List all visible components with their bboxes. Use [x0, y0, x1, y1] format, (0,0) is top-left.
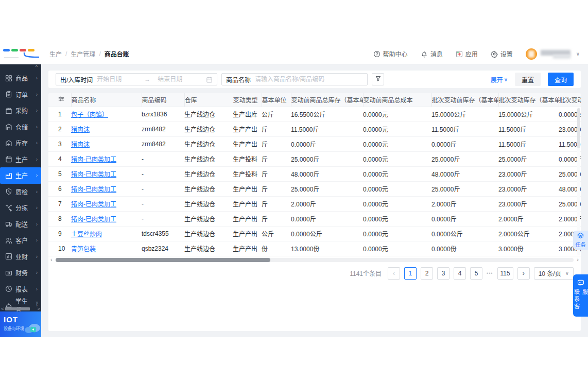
logo-bar-green	[11, 49, 18, 51]
factory-icon	[5, 172, 12, 179]
help-center-button[interactable]: 帮助中心	[373, 49, 408, 58]
table-cell: 23.0000斤	[498, 166, 559, 181]
sidebar-item-production-plan[interactable]: 生产›	[0, 151, 41, 168]
chevron-right-icon: ›	[36, 221, 39, 227]
scroll-left-icon[interactable]: <	[1, 306, 4, 311]
search-button[interactable]: 查询	[548, 73, 574, 86]
vertical-scrollbar-thumb[interactable]	[577, 108, 580, 148]
table-cell: 0.0000元	[363, 181, 431, 196]
product-name-link[interactable]: 猪肉-已肉类加工	[71, 171, 116, 178]
sidebar-item-goods[interactable]: 商品›	[0, 70, 41, 86]
pagination-page-2[interactable]: 2	[421, 267, 433, 280]
sidebar-item-orders[interactable]: 订单›	[0, 86, 41, 103]
row-number-cell: 4	[48, 151, 71, 166]
pagination-ellipsis[interactable]: •••	[487, 271, 493, 276]
pagination-next-button[interactable]: ›	[517, 267, 530, 280]
end-date-input[interactable]	[158, 76, 198, 83]
table-cell: 2.0000斤	[431, 196, 498, 211]
sidebar-item-label: 订单	[15, 90, 28, 99]
horizontal-scrollbar-thumb[interactable]	[56, 258, 270, 262]
expand-link[interactable]: 展开 ∨	[491, 75, 508, 84]
row-number-cell: 1	[48, 107, 71, 121]
product-name-link[interactable]: 土豆丝炒肉	[71, 231, 102, 238]
sidebar-scroll-up-icon[interactable]: ^	[36, 65, 38, 70]
page-size-select[interactable]: 10 条/页∨	[534, 267, 574, 280]
product-name-link[interactable]: 猪肉沫	[71, 141, 90, 148]
warehouse-icon	[5, 123, 12, 130]
messages-button[interactable]: 消息	[421, 49, 443, 58]
table-cell: 生产出库	[233, 107, 262, 121]
pagination-page-3[interactable]: 3	[437, 267, 449, 280]
table-cell: 0.0000斤	[291, 211, 363, 226]
product-name-link[interactable]: 猪肉-已肉类加工	[71, 216, 116, 223]
table-cell: 斤	[262, 196, 291, 211]
sidebar-item-production[interactable]: 生产›	[0, 167, 41, 184]
product-name-cell: 猪肉-已肉类加工	[71, 196, 142, 211]
sidebar-scrollbar-thumb[interactable]	[5, 307, 30, 310]
avatar	[526, 48, 537, 60]
chevron-right-icon: ›	[36, 254, 39, 259]
sidebar-item-warehousing[interactable]: 仓储›	[0, 119, 41, 135]
pagination-page-5[interactable]: 5	[470, 267, 482, 280]
question-circle-icon	[373, 50, 381, 58]
sidebar-horizontal-scrollbar[interactable]: < >	[0, 306, 41, 311]
scroll-right-icon[interactable]: ›	[577, 257, 579, 262]
product-name-link[interactable]: 猪肉-已肉类加工	[71, 201, 116, 208]
table-cell: 生产线边仓	[184, 196, 233, 211]
scrollbar-track[interactable]	[56, 258, 574, 262]
column-header: 商品名称	[71, 93, 142, 107]
table-cell: 公斤	[262, 226, 291, 241]
sidebar-item-customers[interactable]: 客户›	[0, 232, 41, 249]
table-cell: 25.0000斤	[431, 181, 498, 196]
column-settings-icon[interactable]	[48, 93, 71, 107]
breadcrumb-item[interactable]: 生产	[49, 49, 62, 58]
sidebar-item-purchasing[interactable]: 采购›	[0, 102, 41, 119]
breadcrumb-item[interactable]: 生产管理	[71, 49, 95, 58]
scroll-left-icon[interactable]: ‹	[50, 257, 53, 262]
table-cell: 斤	[262, 136, 291, 151]
sidebar-item-sorting[interactable]: 分拣›	[0, 200, 41, 216]
column-header: 变动前商品总成本	[363, 93, 431, 107]
sidebar-item-business-finance[interactable]: 业财›	[0, 249, 41, 265]
product-name-link[interactable]: 猪肉沫	[71, 126, 90, 133]
row-number-cell: 6	[48, 181, 71, 196]
sidebar-scroll-down-icon[interactable]: ∨	[35, 300, 39, 305]
product-name-link[interactable]: 包子（肉馅）	[71, 111, 108, 118]
row-number-cell: 9	[48, 226, 71, 241]
pagination-page-115[interactable]: 115	[497, 267, 513, 280]
pagination-prev-button[interactable]: ‹	[388, 267, 400, 280]
table-row: 2猪肉沫zrm8482生产线边仓生产产出斤11.5000斤0.0000元11.5…	[48, 121, 581, 136]
sidebar-item-reports[interactable]: 报表›	[0, 281, 41, 298]
product-name-input[interactable]	[255, 76, 363, 83]
table-cell: 生产线边仓	[184, 121, 233, 136]
sidebar-item-inventory[interactable]: 库存›	[0, 135, 41, 151]
iot-banner[interactable]: IOT 设备与环境	[0, 311, 41, 337]
product-name-link[interactable]: 猪肉-已肉类加工	[71, 156, 116, 163]
sidebar-item-quality[interactable]: 质检›	[0, 184, 41, 200]
pagination-page-4[interactable]: 4	[454, 267, 466, 280]
product-name-cell: 猪肉-已肉类加工	[71, 211, 142, 226]
filter-funnel-button[interactable]	[372, 73, 384, 85]
product-name-link[interactable]: 青笋包装	[71, 246, 96, 253]
sidebar-item-finance[interactable]: 财务›	[0, 265, 41, 281]
chevron-right-icon: ›	[36, 140, 39, 146]
settings-button[interactable]: 设置	[491, 49, 513, 58]
table-cell: 份	[262, 241, 291, 256]
table-cell: -	[142, 211, 184, 226]
reset-button[interactable]: 重置	[515, 73, 541, 86]
scroll-right-icon[interactable]: >	[38, 306, 40, 311]
product-name-link[interactable]: 猪肉-已肉类加工	[71, 186, 116, 193]
table-cell: 11.5000斤	[498, 121, 559, 136]
pagination-page-1[interactable]: 1	[404, 267, 417, 280]
user-menu[interactable]: ∨	[526, 48, 580, 60]
sidebar-item-label: 财务	[15, 268, 28, 277]
contact-support-float-button[interactable]: 联系客服	[573, 274, 588, 317]
tasks-float-button[interactable]: 任务	[573, 231, 588, 250]
sidebar-item-delivery[interactable]: 配送›	[0, 216, 41, 233]
grid-icon	[5, 75, 12, 82]
truck-icon	[5, 220, 12, 228]
date-range-picker[interactable]: 出/入库时间 →	[56, 73, 217, 85]
start-date-input[interactable]	[97, 76, 137, 83]
apps-button[interactable]: 应用	[456, 49, 478, 58]
table-cell: 斤	[262, 181, 291, 196]
